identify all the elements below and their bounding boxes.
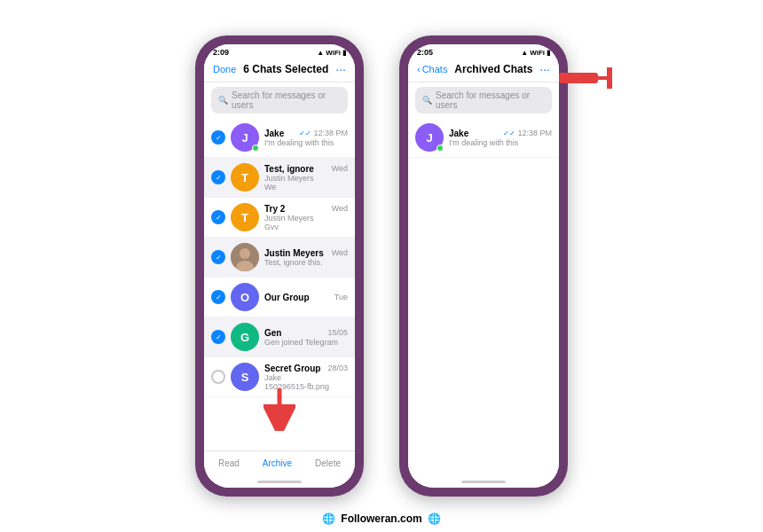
bottom-toolbar: Read Archive Delete [204,450,355,475]
chat-time: Wed [332,248,348,257]
home-bar [461,481,506,483]
chat-content: Test, ignore Wed Justin Meyers We [264,164,348,192]
uncheck-icon [211,370,225,384]
online-indicator [252,145,259,152]
signal-icon: ▲ [317,49,324,57]
left-phone-screen: 2:09 ▲ WiFi ▮ Done 6 Chats Selected ··· … [204,44,355,488]
chat-list: ✓ J Jake ✓✓ 12:38 PM I'm dealing with th… [204,118,355,450]
chat-content: Secret Group 28/03 Jake 150296515-fb.png [264,364,348,391]
home-bar [257,481,302,483]
list-item[interactable]: S Secret Group 28/03 Jake 150296515-fb.p… [204,357,355,397]
brand-name: Followeran.com [341,512,421,525]
right-search-bar: 🔍 Search for messages or users [408,82,559,118]
svg-rect-6 [559,73,598,83]
check-icon: ✓ [211,130,225,145]
chat-content: Justin Meyers Wed Test, ignore this. [264,248,348,267]
read-button[interactable]: Read [218,458,240,468]
online-indicator [437,145,444,152]
avatar [231,243,259,271]
right-status-bar: 2:05 ▲ WiFi ▮ [408,44,559,59]
check-icon: ✓ [211,210,225,224]
list-item[interactable]: ✓ Justin Meyers Wed Test, ignore this. [204,238,355,278]
list-item[interactable]: ✓ T Test, ignore Wed Justin Meyers We [204,158,355,198]
footer: 🌐 Followeran.com 🌐 [322,512,440,525]
chat-sub: Justin Meyers [264,214,348,223]
left-status-bar: 2:09 ▲ WiFi ▮ [204,44,355,59]
list-item[interactable]: ✓ G Gen 15/05 Gen joined Telegram [204,317,355,357]
chat-time: 15/05 [327,328,348,337]
wifi-icon: WiFi [326,49,341,57]
wifi-icon: WiFi [530,49,545,57]
chat-name: Try 2 [264,204,285,214]
left-nav-bar: Done 6 Chats Selected ··· [204,59,355,82]
menu-button[interactable]: ··· [335,62,346,76]
avatar: J [231,123,259,152]
right-phone-screen: 2:05 ▲ WiFi ▮ ‹ Chats Archived Chats ···… [408,44,559,488]
chat-name: Jake [264,129,284,138]
right-time: 2:05 [417,48,433,57]
chat-name: Our Group [264,293,310,302]
chat-content: Our Group Tue [264,293,348,302]
chat-name: Test, ignore [264,164,314,174]
search-placeholder: Search for messages or users [436,90,545,110]
right-phone: 2:05 ▲ WiFi ▮ ‹ Chats Archived Chats ···… [399,35,568,497]
check-icon: ✓ [211,330,225,344]
battery-icon: ▮ [342,49,346,57]
avatar: T [231,163,259,192]
list-item[interactable]: J Jake ✓✓ 12:38 PM I'm dealing with this [408,118,559,158]
chat-preview: Gen joined Telegram [264,338,348,347]
back-button[interactable]: ‹ Chats [417,64,447,74]
search-placeholder: Search for messages or users [232,90,341,110]
list-item[interactable]: ✓ T Try 2 Wed Justin Meyers Gvv [204,198,355,238]
chat-content: Gen 15/05 Gen joined Telegram [264,328,348,347]
avatar: G [231,323,259,351]
arrow-right-annotation [559,67,612,92]
chat-sub: Jake [264,373,348,382]
chat-time: ✓✓ 12:38 PM [503,129,552,137]
chat-content: Jake ✓✓ 12:38 PM I'm dealing with this [264,129,348,147]
chat-sub: Justin Meyers [264,174,348,183]
chat-time: Wed [332,164,348,173]
chat-preview: I'm dealing with this [449,138,552,147]
search-field[interactable]: 🔍 Search for messages or users [211,87,348,113]
menu-button[interactable]: ··· [539,62,550,76]
home-indicator [408,475,559,488]
search-field[interactable]: 🔍 Search for messages or users [415,87,552,113]
archive-button[interactable]: Archive [263,458,292,468]
left-time: 2:09 [213,48,229,57]
globe-left-icon: 🌐 [322,512,335,525]
chevron-left-icon: ‹ [417,64,421,74]
check-icon: ✓ [211,250,225,264]
archived-chats-title: Archived Chats [454,63,532,75]
battery-icon: ▮ [547,49,550,57]
left-phone: 2:09 ▲ WiFi ▮ Done 6 Chats Selected ··· … [195,35,364,497]
chat-time: 28/03 [327,364,348,372]
list-item[interactable]: ✓ O Our Group Tue [204,278,355,317]
archived-chat-list: J Jake ✓✓ 12:38 PM I'm dealing with this [408,118,559,475]
avatar: O [231,283,259,311]
avatar: S [231,363,259,391]
search-icon: 🔍 [218,96,228,105]
chat-time: Tue [334,293,348,301]
search-icon: 🔍 [422,96,432,105]
chat-preview: I'm dealing with this [264,138,348,147]
delete-button[interactable]: Delete [315,458,341,468]
chat-time: ✓✓ 12:38 PM [299,129,348,137]
right-nav-bar: ‹ Chats Archived Chats ··· [408,59,559,82]
chat-preview: Test, ignore this. [264,258,348,267]
chat-name: Jake [449,129,468,138]
list-item[interactable]: ✓ J Jake ✓✓ 12:38 PM I'm dealing with th… [204,118,355,158]
home-indicator [204,475,355,488]
chat-name: Gen [264,328,281,338]
check-icon: ✓ [211,290,225,304]
left-status-icons: ▲ WiFi ▮ [317,49,346,57]
right-status-icons: ▲ WiFi ▮ [521,49,550,57]
left-search-bar: 🔍 Search for messages or users [204,82,355,118]
chat-time: Wed [332,204,348,213]
svg-point-1 [240,248,250,259]
signal-icon: ▲ [521,49,528,57]
check-icon: ✓ [211,170,225,184]
chat-preview: Gvv [264,223,348,231]
nav-title: 6 Chats Selected [243,63,328,75]
done-button[interactable]: Done [213,64,236,74]
